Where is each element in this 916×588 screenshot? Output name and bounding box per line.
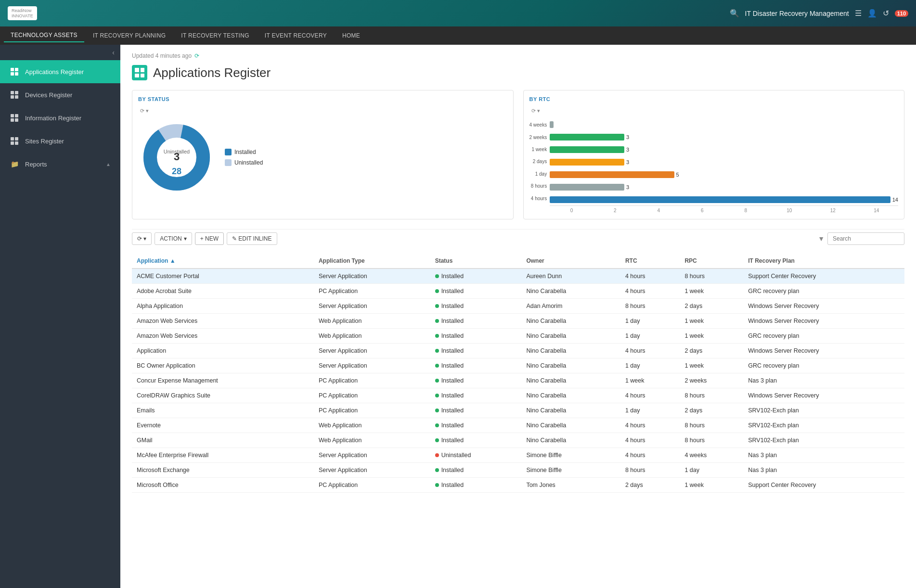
table-row[interactable]: McAfee Enterprise Firewall Server Applic… (132, 448, 904, 463)
nav-item-recovery-testing[interactable]: IT RECOVERY TESTING (174, 29, 256, 42)
nav-item-tech-assets[interactable]: TECHNOLOGY ASSETS (4, 29, 84, 42)
toolbar: ⟳ ▾ ACTION ▾ + NEW ✎ EDIT INLINE ▼ (132, 229, 904, 248)
notification-badge[interactable]: 110 (895, 10, 908, 17)
table-row[interactable]: Emails PC Application Installed Nino Car… (132, 403, 904, 418)
cell-app-8: CorelDRAW Graphics Suite (132, 388, 314, 403)
edit-inline-btn[interactable]: ✎ EDIT INLINE (227, 232, 277, 245)
logo: ReadiNow INNOVATE (8, 6, 37, 21)
col-rpc[interactable]: RPC (680, 254, 743, 268)
bar-4hours-value: 14 (892, 197, 898, 203)
content-area: Updated 4 minutes ago ⟳ Applications Reg… (120, 45, 916, 588)
new-label: + NEW (200, 235, 219, 242)
installed-color (225, 149, 232, 155)
col-app-type[interactable]: Application Type (314, 254, 430, 268)
top-right-controls: 🔍 IT Disaster Recovery Management ☰ 👤 ↺ … (730, 9, 908, 18)
col-recovery-plan[interactable]: IT Recovery Plan (743, 254, 904, 268)
cell-owner-5: Nino Carabella (521, 344, 620, 358)
cell-rpc-12: 4 weeks (680, 448, 743, 463)
table-row[interactable]: Adobe Acrobat Suite PC Application Insta… (132, 284, 904, 299)
collapse-icon[interactable]: ‹ (112, 49, 115, 56)
by-rtc-controls: ⟳ ▾ (529, 107, 899, 115)
user-icon[interactable]: 👤 (867, 9, 877, 18)
cell-type-3: Web Application (314, 314, 430, 329)
table-row[interactable]: ACME Customer Portal Server Application … (132, 268, 904, 284)
x-axis-0: 0 (550, 208, 593, 213)
uninstalled-label: Uninstalled (234, 159, 263, 166)
cell-rpc-11: 8 hours (680, 433, 743, 448)
by-status-controls: ⟳ ▾ (138, 107, 507, 115)
rtc-refresh-btn[interactable]: ⟳ ▾ (529, 107, 542, 115)
nav-item-home[interactable]: HOME (335, 29, 367, 42)
refresh-btn[interactable]: ⟳ ▾ (132, 232, 152, 245)
table-row[interactable]: BC Owner Application Server Application … (132, 358, 904, 373)
history-icon[interactable]: ↺ (883, 9, 889, 18)
search-icon[interactable]: 🔍 (730, 9, 739, 18)
table-row[interactable]: Concur Expense Management PC Application… (132, 373, 904, 388)
cell-app-1: Adobe Acrobat Suite (132, 284, 314, 299)
status-refresh-btn[interactable]: ⟳ ▾ (138, 107, 151, 115)
sidebar-item-applications-register[interactable]: Applications Register (0, 60, 120, 83)
cell-owner-2: Adan Amorim (521, 299, 620, 314)
bar-1day-value: 5 (676, 172, 679, 178)
sidebar-item-reports[interactable]: 📁 Reports ▲ (0, 153, 120, 176)
cell-plan-4: GRC recovery plan (743, 329, 904, 344)
bar-1day: 5 (550, 169, 898, 180)
cell-plan-5: Windows Server Recovery (743, 344, 904, 358)
logo-sub: INNOVATE (12, 13, 33, 19)
cell-status-5: Installed (430, 344, 522, 358)
table-row[interactable]: Application Server Application Installed… (132, 344, 904, 358)
by-rtc-title: BY RTC (529, 96, 899, 102)
cell-rpc-1: 1 week (680, 284, 743, 299)
nav-item-event-recovery[interactable]: IT EVENT RECOVERY (258, 29, 334, 42)
uninstalled-color (225, 159, 232, 166)
update-text: Updated 4 minutes ago (132, 52, 192, 59)
main-layout: ‹ Applications Register Devices Register… (0, 45, 916, 588)
x-axis-2: 2 (593, 208, 637, 213)
cell-status-3: Installed (430, 314, 522, 329)
cell-plan-14: Support Center Recovery (743, 478, 904, 493)
menu-icon[interactable]: ☰ (855, 9, 862, 18)
rtc-label-4hours: 4 hours (529, 193, 547, 204)
new-btn[interactable]: + NEW (195, 232, 224, 245)
nav-item-recovery-planning[interactable]: IT RECOVERY PLANNING (86, 29, 172, 42)
status-dot-8 (435, 394, 439, 397)
table-row[interactable]: Microsoft Exchange Server Application In… (132, 463, 904, 478)
table-row[interactable]: Amazon Web Services Web Application Inst… (132, 314, 904, 329)
cell-rpc-3: 1 week (680, 314, 743, 329)
sidebar-item-information-register[interactable]: Information Register (0, 106, 120, 129)
cell-plan-12: Nas 3 plan (743, 448, 904, 463)
table-row[interactable]: GMail Web Application Installed Nino Car… (132, 433, 904, 448)
rtc-y-axis: 4 weeks 2 weeks 1 week 2 days 1 day 8 ho… (529, 119, 547, 213)
col-owner[interactable]: Owner (521, 254, 620, 268)
bar-2weeks: 3 (550, 131, 898, 143)
table-row[interactable]: CorelDRAW Graphics Suite PC Application … (132, 388, 904, 403)
cell-status-10: Installed (430, 418, 522, 433)
cell-owner-9: Nino Carabella (521, 403, 620, 418)
action-label: ACTION (160, 235, 181, 242)
table-row[interactable]: Microsoft Office PC Application Installe… (132, 478, 904, 493)
table-row[interactable]: Alpha Application Server Application Ins… (132, 299, 904, 314)
cell-owner-14: Tom Jones (521, 478, 620, 493)
refresh-icon[interactable]: ⟳ (194, 52, 199, 59)
legend-uninstalled: Uninstalled (225, 159, 263, 166)
action-btn[interactable]: ACTION ▾ (155, 232, 192, 245)
cell-plan-0: Support Center Recovery (743, 268, 904, 284)
cell-plan-7: Nas 3 plan (743, 373, 904, 388)
sidebar-item-devices-register[interactable]: Devices Register (0, 83, 120, 106)
page-title: Applications Register (153, 65, 271, 80)
filter-icon[interactable]: ▼ (818, 235, 825, 243)
cell-owner-7: Nino Carabella (521, 373, 620, 388)
cell-rtc-4: 1 day (620, 329, 680, 344)
cell-rpc-7: 2 weeks (680, 373, 743, 388)
cell-plan-3: Windows Server Recovery (743, 314, 904, 329)
col-rtc[interactable]: RTC (620, 254, 680, 268)
table-row[interactable]: Amazon Web Services Web Application Inst… (132, 329, 904, 344)
sidebar-toggle[interactable]: ‹ (0, 45, 120, 60)
col-application[interactable]: Application ▲ (132, 254, 314, 268)
rtc-label-4weeks: 4 weeks (529, 120, 547, 130)
table-row[interactable]: Evernote Web Application Installed Nino … (132, 418, 904, 433)
legend-installed: Installed (225, 149, 263, 155)
search-input[interactable] (827, 232, 904, 245)
sidebar-item-sites-register[interactable]: Sites Register (0, 129, 120, 153)
col-status[interactable]: Status (430, 254, 522, 268)
